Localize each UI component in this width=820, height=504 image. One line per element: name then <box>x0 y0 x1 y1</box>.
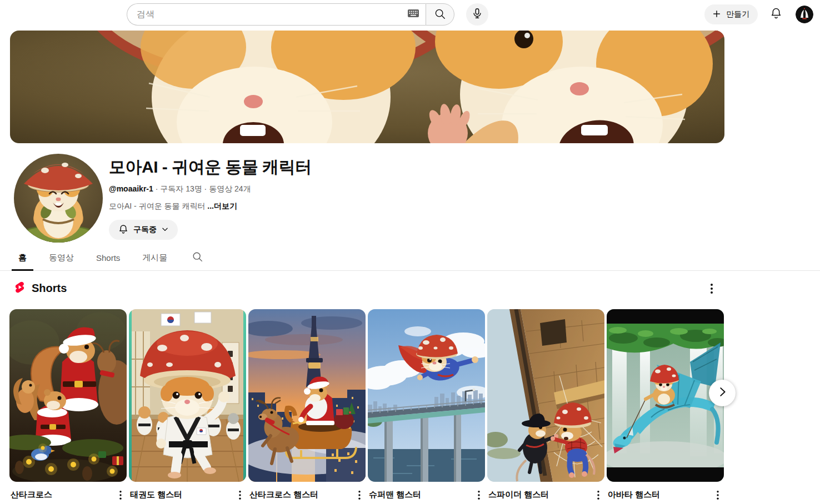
account-avatar[interactable] <box>796 6 813 23</box>
tab-home[interactable]: 홈 <box>12 245 33 270</box>
shorts-section-menu-icon[interactable] <box>707 283 717 296</box>
channel-info: 모아AI - 귀여운 동물 캐릭터 @moaaikr-1 · 구독자 13명 ·… <box>109 156 312 240</box>
create-button[interactable]: 만들기 <box>704 4 758 24</box>
bell-icon <box>118 224 129 236</box>
keyboard-icon[interactable] <box>408 9 419 19</box>
shorts-card: 태권도 햄스터 <box>129 309 246 503</box>
search-icon <box>192 251 203 265</box>
channel-meta: @moaaikr-1 · 구독자 13명 · 동영상 24개 <box>109 184 312 194</box>
shorts-video-title[interactable]: 산타크로스 햄스터 <box>249 489 318 500</box>
channel-banner <box>10 31 724 143</box>
subscriber-count: 구독자 13명 <box>160 184 202 193</box>
tab-videos[interactable]: 동영상 <box>42 245 81 270</box>
shorts-thumbnail[interactable] <box>129 309 246 482</box>
create-button-label: 만들기 <box>726 9 749 19</box>
search-area <box>127 3 488 26</box>
shelf-next-button[interactable] <box>709 380 736 406</box>
shorts-section-title: Shorts <box>32 282 67 295</box>
top-bar: 만들기 <box>0 0 820 29</box>
more-button[interactable]: ...더보기 <box>207 201 237 210</box>
meta-separator: · <box>204 184 207 193</box>
shorts-video-title[interactable]: 산타크로스 <box>11 489 52 500</box>
search-input-box <box>127 3 426 26</box>
bell-icon <box>769 7 783 22</box>
shorts-thumbnail[interactable] <box>607 309 724 482</box>
chevron-down-icon <box>161 225 169 235</box>
shorts-video-title[interactable]: 슈퍼맨 햄스터 <box>369 489 421 500</box>
channel-search-button[interactable] <box>186 245 209 270</box>
shorts-card: 산타크로스 햄스터 <box>248 309 366 503</box>
search-input[interactable] <box>127 3 426 26</box>
kebab-menu-icon[interactable] <box>116 489 126 503</box>
shorts-section-header: Shorts <box>13 281 67 296</box>
search-button[interactable] <box>426 3 454 26</box>
kebab-menu-icon[interactable] <box>593 489 603 503</box>
subscribed-label: 구독중 <box>133 225 157 235</box>
tab-shorts[interactable]: Shorts <box>89 245 127 270</box>
kebab-menu-icon[interactable] <box>235 489 245 503</box>
shorts-video-title[interactable]: 스파이더 햄스터 <box>488 489 549 500</box>
shorts-card: 슈퍼맨 햄스터 <box>368 309 485 503</box>
mic-icon <box>471 7 483 22</box>
shorts-shelf: 산타크로스 <box>9 309 724 503</box>
channel-avatar <box>14 154 103 243</box>
description-text: 모아AI - 귀여운 동물 캐릭터 <box>109 201 207 210</box>
kebab-menu-icon[interactable] <box>354 489 364 503</box>
shorts-thumbnail[interactable] <box>368 309 485 482</box>
notifications-button[interactable] <box>769 7 783 22</box>
voice-search-button[interactable] <box>466 3 488 26</box>
youtube-channel-page: 만들기 <box>0 0 820 504</box>
shorts-video-title[interactable]: 아바타 햄스터 <box>608 489 660 500</box>
subscribed-button[interactable]: 구독중 <box>109 220 178 240</box>
video-count: 동영상 24개 <box>209 184 251 193</box>
channel-description[interactable]: 모아AI - 귀여운 동물 캐릭터 ...더보기 <box>109 201 312 211</box>
shorts-thumbnail[interactable] <box>248 309 366 482</box>
shorts-thumbnail[interactable] <box>9 309 127 482</box>
shorts-logo-icon <box>13 281 26 296</box>
shorts-video-title[interactable]: 태권도 햄스터 <box>130 489 182 500</box>
channel-title: 모아AI - 귀여운 동물 캐릭터 <box>109 156 312 179</box>
search-icon <box>434 8 446 22</box>
channel-tabs: 홈 동영상 Shorts 게시물 <box>0 245 820 271</box>
kebab-menu-icon[interactable] <box>713 489 723 503</box>
chevron-right-icon <box>716 386 728 400</box>
shorts-thumbnail[interactable] <box>487 309 604 482</box>
top-right-controls: 만들기 <box>704 4 813 24</box>
shorts-card: 스파이더 햄스터 <box>487 309 604 503</box>
tab-posts[interactable]: 게시물 <box>136 245 174 270</box>
kebab-menu-icon[interactable] <box>474 489 484 503</box>
meta-separator: · <box>156 184 158 193</box>
plus-icon <box>711 8 722 21</box>
shorts-card: 아바타 햄스터 <box>607 309 724 503</box>
shorts-card: 산타크로스 <box>9 309 127 503</box>
channel-handle: @moaaikr-1 <box>109 184 153 193</box>
